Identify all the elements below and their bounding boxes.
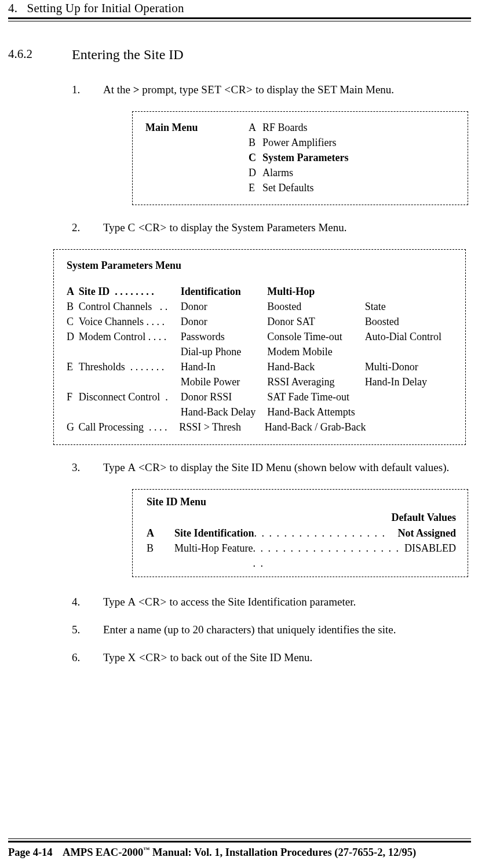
sysmenu-rows: ASite ID . . . . . . . .IdentificationMu… <box>67 284 453 435</box>
page-footer: Page 4-14 AMPS EAC-2000™ Manual: Vol. 1,… <box>8 838 471 859</box>
menu-label: Power Amplifiers <box>262 135 337 150</box>
sysmenu-row: EThresholds . . . . . . .Hand-InHand-Bac… <box>67 359 453 374</box>
step-1: 1. At the > prompt, type SET <CR> to dis… <box>72 83 471 96</box>
sysmenu-title: System Parameters Menu <box>67 258 453 273</box>
siteid-label: Multi-Hop Feature <box>174 541 253 571</box>
menu-label: RF Boards <box>262 120 308 135</box>
step-num: 3. <box>72 461 103 474</box>
chapter-rule <box>8 17 471 21</box>
step-num: 1. <box>72 83 103 96</box>
steps-list: 4. Type A <CR> to access the Site Identi… <box>72 596 471 664</box>
main-menu-item: CSystem Parameters <box>249 150 348 165</box>
siteid-row: ASite Identification . . . . . . . . . .… <box>147 526 456 541</box>
footer-rule <box>8 838 471 843</box>
steps-list: 1. At the > prompt, type SET <CR> to dis… <box>72 83 471 96</box>
sysmenu-row: FDisconnect Control .Donor RSSISAT Fade … <box>67 389 453 404</box>
step-body: Type C <CR> to display the System Parame… <box>103 221 471 234</box>
menu-label: Set Defaults <box>262 180 313 195</box>
steps-list: 2. Type C <CR> to display the System Par… <box>72 221 471 234</box>
sysmenu-row: DModem Control . . . .PasswordsConsole T… <box>67 329 453 344</box>
siteid-row: BMulti-Hop Feature . . . . . . . . . . .… <box>147 541 456 571</box>
main-menu-title: Main Menu <box>145 120 249 195</box>
step-6: 6. Type X <CR> to back out of the Site I… <box>72 651 471 664</box>
menu-key: D <box>249 165 262 180</box>
site-id-menu-box: Site ID Menu Default Values ASite Identi… <box>132 489 468 577</box>
command: C <CR> <box>127 221 166 234</box>
chapter-title: Setting Up for Initial Operation <box>27 1 184 15</box>
step-body: Type X <CR> to back out of the Site ID M… <box>103 651 471 664</box>
section-number: 4.6.2 <box>8 47 72 63</box>
command: A <CR> <box>127 596 166 608</box>
sysmenu-row: Mobile PowerRSSI AveragingHand-In Delay <box>67 374 453 389</box>
command: A <CR> <box>127 461 166 473</box>
siteid-label: Site Identification <box>174 526 254 541</box>
section-heading: 4.6.2 Entering the Site ID <box>8 47 471 63</box>
menu-key: C <box>249 150 262 165</box>
step-body: At the > prompt, type SET <CR> to displa… <box>103 83 471 96</box>
step-body: Enter a name (up to 20 characters) that … <box>103 623 471 636</box>
sysmenu-row: BControl Channels . .DonorBoostedState <box>67 299 453 314</box>
sysmenu-row: Dial-up PhoneModem Mobile <box>67 344 453 359</box>
main-menu-item: ESet Defaults <box>249 180 348 195</box>
main-menu-item: DAlarms <box>249 165 348 180</box>
sysmenu-row: ASite ID . . . . . . . .IdentificationMu… <box>67 284 453 299</box>
menu-key: B <box>249 135 262 150</box>
main-menu-box: Main Menu ARF BoardsBPower AmplifiersCSy… <box>132 111 468 205</box>
system-parameters-box: System Parameters Menu ASite ID . . . . … <box>53 249 466 444</box>
footer-text: Page 4-14 AMPS EAC-2000™ Manual: Vol. 1,… <box>8 846 471 859</box>
siteid-key: A <box>147 526 174 541</box>
step-body: Type A <CR> to access the Site Identific… <box>103 596 471 608</box>
command: X <CR> <box>127 651 167 663</box>
siteid-title: Site ID Menu <box>147 494 456 509</box>
main-menu-item: BPower Amplifiers <box>249 135 348 150</box>
step-4: 4. Type A <CR> to access the Site Identi… <box>72 596 471 608</box>
step-num: 4. <box>72 596 103 608</box>
step-5: 5. Enter a name (up to 20 characters) th… <box>72 623 471 636</box>
step-num: 6. <box>72 651 103 664</box>
step-num: 5. <box>72 623 103 636</box>
section-title: Entering the Site ID <box>72 47 184 63</box>
command: SET <CR> <box>201 83 253 96</box>
menu-label: System Parameters <box>262 150 348 165</box>
step-body: Type A <CR> to display the Site ID Menu … <box>103 461 471 474</box>
siteid-value: DISABLED <box>402 541 456 571</box>
step-num: 2. <box>72 221 103 234</box>
sysmenu-row: Hand-Back DelayHand-Back Attempts <box>67 404 453 420</box>
steps-list: 3. Type A <CR> to display the Site ID Me… <box>72 461 471 474</box>
step-3: 3. Type A <CR> to display the Site ID Me… <box>72 461 471 474</box>
siteid-value: Not Assigned <box>395 526 456 541</box>
siteid-key: B <box>147 541 174 571</box>
main-menu-items: ARF BoardsBPower AmplifiersCSystem Param… <box>249 120 348 195</box>
sysmenu-row: CVoice Channels . . . .DonorDonor SATBoo… <box>67 314 453 329</box>
step-2: 2. Type C <CR> to display the System Par… <box>72 221 471 234</box>
siteid-rows: ASite Identification . . . . . . . . . .… <box>147 526 456 571</box>
menu-label: Alarms <box>262 165 293 180</box>
default-values-header: Default Values <box>147 510 456 525</box>
menu-key: A <box>249 120 262 135</box>
main-menu-item: ARF Boards <box>249 120 348 135</box>
sysmenu-row: GCall Processing . . . .RSSI > ThreshHan… <box>67 420 453 435</box>
chapter-num: 4. <box>8 1 17 15</box>
menu-key: E <box>249 180 262 195</box>
chapter-heading: 4. Setting Up for Initial Operation <box>8 1 471 16</box>
